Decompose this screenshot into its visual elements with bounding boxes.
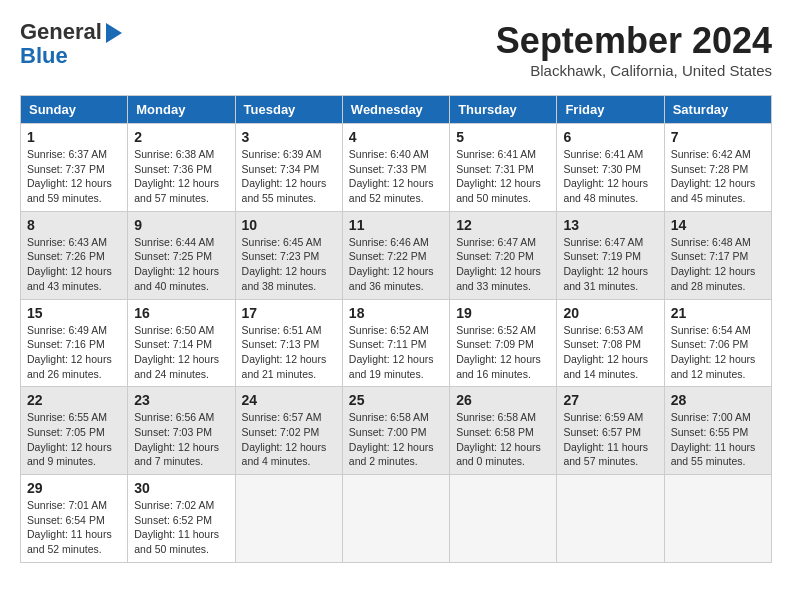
calendar-cell (664, 475, 771, 563)
day-info: Sunrise: 6:57 AM Sunset: 7:02 PM Dayligh… (242, 410, 336, 469)
day-number: 14 (671, 217, 765, 233)
calendar-cell (450, 475, 557, 563)
day-number: 11 (349, 217, 443, 233)
day-info: Sunrise: 6:44 AM Sunset: 7:25 PM Dayligh… (134, 235, 228, 294)
day-info: Sunrise: 6:47 AM Sunset: 7:20 PM Dayligh… (456, 235, 550, 294)
day-number: 16 (134, 305, 228, 321)
day-info: Sunrise: 6:48 AM Sunset: 7:17 PM Dayligh… (671, 235, 765, 294)
logo: General Blue (20, 20, 122, 68)
day-number: 24 (242, 392, 336, 408)
calendar-cell (235, 475, 342, 563)
day-number: 5 (456, 129, 550, 145)
day-info: Sunrise: 6:59 AM Sunset: 6:57 PM Dayligh… (563, 410, 657, 469)
day-info: Sunrise: 6:42 AM Sunset: 7:28 PM Dayligh… (671, 147, 765, 206)
calendar-cell: 19Sunrise: 6:52 AM Sunset: 7:09 PM Dayli… (450, 299, 557, 387)
calendar-cell (342, 475, 449, 563)
day-info: Sunrise: 6:51 AM Sunset: 7:13 PM Dayligh… (242, 323, 336, 382)
calendar-cell: 12Sunrise: 6:47 AM Sunset: 7:20 PM Dayli… (450, 211, 557, 299)
calendar-cell: 10Sunrise: 6:45 AM Sunset: 7:23 PM Dayli… (235, 211, 342, 299)
day-number: 6 (563, 129, 657, 145)
day-number: 29 (27, 480, 121, 496)
calendar-cell: 11Sunrise: 6:46 AM Sunset: 7:22 PM Dayli… (342, 211, 449, 299)
weekday-header-wednesday: Wednesday (342, 96, 449, 124)
calendar-cell: 29Sunrise: 7:01 AM Sunset: 6:54 PM Dayli… (21, 475, 128, 563)
day-number: 12 (456, 217, 550, 233)
day-info: Sunrise: 6:53 AM Sunset: 7:08 PM Dayligh… (563, 323, 657, 382)
calendar-cell: 17Sunrise: 6:51 AM Sunset: 7:13 PM Dayli… (235, 299, 342, 387)
day-info: Sunrise: 6:55 AM Sunset: 7:05 PM Dayligh… (27, 410, 121, 469)
calendar-cell: 5Sunrise: 6:41 AM Sunset: 7:31 PM Daylig… (450, 124, 557, 212)
day-number: 19 (456, 305, 550, 321)
day-number: 18 (349, 305, 443, 321)
day-number: 17 (242, 305, 336, 321)
day-number: 3 (242, 129, 336, 145)
week-row-5: 29Sunrise: 7:01 AM Sunset: 6:54 PM Dayli… (21, 475, 772, 563)
day-number: 28 (671, 392, 765, 408)
weekday-header-monday: Monday (128, 96, 235, 124)
day-info: Sunrise: 6:54 AM Sunset: 7:06 PM Dayligh… (671, 323, 765, 382)
day-info: Sunrise: 6:52 AM Sunset: 7:11 PM Dayligh… (349, 323, 443, 382)
location-title: Blackhawk, California, United States (496, 62, 772, 79)
day-info: Sunrise: 6:43 AM Sunset: 7:26 PM Dayligh… (27, 235, 121, 294)
day-number: 7 (671, 129, 765, 145)
calendar-cell: 21Sunrise: 6:54 AM Sunset: 7:06 PM Dayli… (664, 299, 771, 387)
day-info: Sunrise: 6:37 AM Sunset: 7:37 PM Dayligh… (27, 147, 121, 206)
day-number: 1 (27, 129, 121, 145)
calendar-cell: 4Sunrise: 6:40 AM Sunset: 7:33 PM Daylig… (342, 124, 449, 212)
calendar-cell: 22Sunrise: 6:55 AM Sunset: 7:05 PM Dayli… (21, 387, 128, 475)
day-info: Sunrise: 6:38 AM Sunset: 7:36 PM Dayligh… (134, 147, 228, 206)
calendar-cell: 16Sunrise: 6:50 AM Sunset: 7:14 PM Dayli… (128, 299, 235, 387)
day-number: 23 (134, 392, 228, 408)
day-number: 4 (349, 129, 443, 145)
weekday-header-tuesday: Tuesday (235, 96, 342, 124)
weekday-header-thursday: Thursday (450, 96, 557, 124)
week-row-2: 8Sunrise: 6:43 AM Sunset: 7:26 PM Daylig… (21, 211, 772, 299)
day-number: 21 (671, 305, 765, 321)
week-row-3: 15Sunrise: 6:49 AM Sunset: 7:16 PM Dayli… (21, 299, 772, 387)
day-number: 13 (563, 217, 657, 233)
title-area: September 2024 Blackhawk, California, Un… (496, 20, 772, 79)
calendar-table: SundayMondayTuesdayWednesdayThursdayFrid… (20, 95, 772, 563)
day-number: 25 (349, 392, 443, 408)
week-row-4: 22Sunrise: 6:55 AM Sunset: 7:05 PM Dayli… (21, 387, 772, 475)
logo-blue: Blue (20, 43, 68, 68)
calendar-cell: 27Sunrise: 6:59 AM Sunset: 6:57 PM Dayli… (557, 387, 664, 475)
day-info: Sunrise: 6:49 AM Sunset: 7:16 PM Dayligh… (27, 323, 121, 382)
calendar-cell: 23Sunrise: 6:56 AM Sunset: 7:03 PM Dayli… (128, 387, 235, 475)
day-number: 2 (134, 129, 228, 145)
day-number: 20 (563, 305, 657, 321)
day-info: Sunrise: 6:50 AM Sunset: 7:14 PM Dayligh… (134, 323, 228, 382)
week-row-1: 1Sunrise: 6:37 AM Sunset: 7:37 PM Daylig… (21, 124, 772, 212)
calendar-cell: 13Sunrise: 6:47 AM Sunset: 7:19 PM Dayli… (557, 211, 664, 299)
day-info: Sunrise: 6:58 AM Sunset: 7:00 PM Dayligh… (349, 410, 443, 469)
day-number: 22 (27, 392, 121, 408)
month-title: September 2024 (496, 20, 772, 62)
day-info: Sunrise: 7:01 AM Sunset: 6:54 PM Dayligh… (27, 498, 121, 557)
day-info: Sunrise: 7:00 AM Sunset: 6:55 PM Dayligh… (671, 410, 765, 469)
header: General Blue September 2024 Blackhawk, C… (20, 20, 772, 79)
day-info: Sunrise: 6:45 AM Sunset: 7:23 PM Dayligh… (242, 235, 336, 294)
calendar-cell: 1Sunrise: 6:37 AM Sunset: 7:37 PM Daylig… (21, 124, 128, 212)
day-number: 30 (134, 480, 228, 496)
calendar-cell: 7Sunrise: 6:42 AM Sunset: 7:28 PM Daylig… (664, 124, 771, 212)
calendar-cell: 18Sunrise: 6:52 AM Sunset: 7:11 PM Dayli… (342, 299, 449, 387)
day-number: 8 (27, 217, 121, 233)
calendar-cell: 3Sunrise: 6:39 AM Sunset: 7:34 PM Daylig… (235, 124, 342, 212)
day-info: Sunrise: 6:46 AM Sunset: 7:22 PM Dayligh… (349, 235, 443, 294)
logo-text: General (20, 20, 122, 44)
calendar-cell: 14Sunrise: 6:48 AM Sunset: 7:17 PM Dayli… (664, 211, 771, 299)
day-info: Sunrise: 6:47 AM Sunset: 7:19 PM Dayligh… (563, 235, 657, 294)
calendar-cell: 26Sunrise: 6:58 AM Sunset: 6:58 PM Dayli… (450, 387, 557, 475)
calendar-cell: 6Sunrise: 6:41 AM Sunset: 7:30 PM Daylig… (557, 124, 664, 212)
calendar-cell: 20Sunrise: 6:53 AM Sunset: 7:08 PM Dayli… (557, 299, 664, 387)
weekday-header-saturday: Saturday (664, 96, 771, 124)
calendar-cell: 30Sunrise: 7:02 AM Sunset: 6:52 PM Dayli… (128, 475, 235, 563)
calendar-cell: 25Sunrise: 6:58 AM Sunset: 7:00 PM Dayli… (342, 387, 449, 475)
weekday-header-sunday: Sunday (21, 96, 128, 124)
weekday-header-friday: Friday (557, 96, 664, 124)
day-number: 10 (242, 217, 336, 233)
day-info: Sunrise: 6:40 AM Sunset: 7:33 PM Dayligh… (349, 147, 443, 206)
calendar-cell: 8Sunrise: 6:43 AM Sunset: 7:26 PM Daylig… (21, 211, 128, 299)
day-info: Sunrise: 6:58 AM Sunset: 6:58 PM Dayligh… (456, 410, 550, 469)
day-info: Sunrise: 7:02 AM Sunset: 6:52 PM Dayligh… (134, 498, 228, 557)
